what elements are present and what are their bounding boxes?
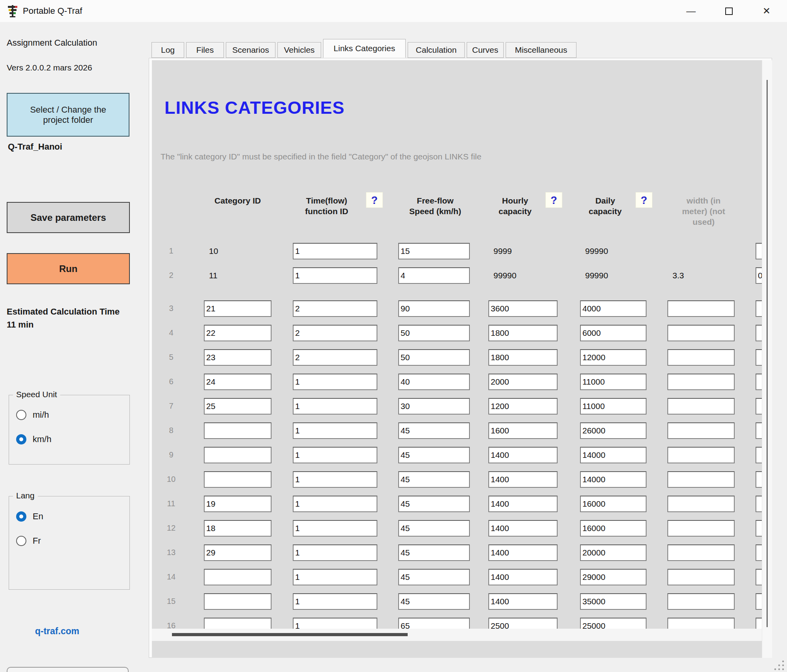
speed-input-row-10[interactable] bbox=[398, 471, 470, 488]
speed-input-row-8[interactable] bbox=[398, 422, 470, 439]
tab-links-categories[interactable]: Links Categories bbox=[323, 39, 406, 58]
daily-input-row-4[interactable] bbox=[580, 325, 647, 341]
category-input-row-3[interactable] bbox=[204, 300, 272, 317]
speed-input-row-1[interactable] bbox=[398, 243, 470, 259]
category-input-row-13[interactable] bbox=[204, 544, 272, 561]
horizontal-scrollbar[interactable] bbox=[152, 629, 762, 641]
daily-input-row-9[interactable] bbox=[580, 447, 647, 463]
daily-input-row-6[interactable] bbox=[580, 374, 647, 390]
width-input-row-6[interactable] bbox=[667, 374, 735, 390]
time-input-row-1[interactable] bbox=[293, 243, 377, 259]
category-input-row-11[interactable] bbox=[204, 496, 272, 512]
speed-input-row-15[interactable] bbox=[398, 593, 470, 610]
tab-scenarios[interactable]: Scenarios bbox=[226, 42, 275, 58]
width-input-row-14[interactable] bbox=[667, 569, 735, 585]
daily-input-row-15[interactable] bbox=[580, 593, 647, 610]
category-input-row-14[interactable] bbox=[204, 569, 272, 585]
daily-input-row-3[interactable] bbox=[580, 300, 647, 317]
extra-input-row-4[interactable] bbox=[756, 325, 762, 341]
category-input-row-4[interactable] bbox=[204, 325, 272, 341]
time-input-row-15[interactable] bbox=[293, 593, 377, 610]
minimize-button[interactable]: — bbox=[674, 0, 708, 22]
daily-input-row-16[interactable] bbox=[580, 618, 647, 629]
speed-input-row-7[interactable] bbox=[398, 398, 470, 415]
speed-input-row-5[interactable] bbox=[398, 349, 470, 366]
speed-input-row-14[interactable] bbox=[398, 569, 470, 585]
speed-input-row-13[interactable] bbox=[398, 544, 470, 561]
radio-en[interactable]: En bbox=[16, 511, 43, 522]
width-input-row-7[interactable] bbox=[667, 398, 735, 415]
extra-input-row-3[interactable] bbox=[756, 300, 762, 317]
width-input-row-9[interactable] bbox=[667, 447, 735, 463]
hourly-input-row-8[interactable] bbox=[488, 422, 558, 439]
time-input-row-13[interactable] bbox=[293, 544, 377, 561]
vertical-scrollbar[interactable] bbox=[762, 60, 772, 658]
category-input-row-16[interactable] bbox=[204, 618, 272, 629]
extra-input-row-10[interactable] bbox=[756, 471, 762, 488]
width-input-row-13[interactable] bbox=[667, 544, 735, 561]
hourly-input-row-12[interactable] bbox=[488, 520, 558, 537]
close-button[interactable]: ✕ bbox=[749, 0, 784, 22]
speed-input-row-2[interactable] bbox=[398, 267, 470, 284]
category-input-row-5[interactable] bbox=[204, 349, 272, 366]
hourly-input-row-11[interactable] bbox=[488, 496, 558, 512]
daily-input-row-8[interactable] bbox=[580, 422, 647, 439]
width-input-row-15[interactable] bbox=[667, 593, 735, 610]
hourly-input-row-16[interactable] bbox=[488, 618, 558, 629]
tab-log[interactable]: Log bbox=[151, 42, 184, 58]
time-input-row-11[interactable] bbox=[293, 496, 377, 512]
extra-input-row-15[interactable] bbox=[756, 593, 762, 610]
extra-input-row-14[interactable] bbox=[756, 569, 762, 585]
time-input-row-10[interactable] bbox=[293, 471, 377, 488]
extra-input-row-5[interactable] bbox=[756, 349, 762, 366]
hourly-input-row-5[interactable] bbox=[488, 349, 558, 366]
daily-input-row-13[interactable] bbox=[580, 544, 647, 561]
width-input-row-16[interactable] bbox=[667, 618, 735, 629]
save-parameters-button[interactable]: Save parameters bbox=[7, 202, 130, 233]
extra-input-row-12[interactable] bbox=[756, 520, 762, 537]
time-input-row-16[interactable] bbox=[293, 618, 377, 629]
width-input-row-4[interactable] bbox=[667, 325, 735, 341]
hourly-input-row-14[interactable] bbox=[488, 569, 558, 585]
time-input-row-9[interactable] bbox=[293, 447, 377, 463]
category-input-row-15[interactable] bbox=[204, 593, 272, 610]
time-input-row-2[interactable] bbox=[293, 267, 377, 284]
hourly-input-row-10[interactable] bbox=[488, 471, 558, 488]
speed-input-row-9[interactable] bbox=[398, 447, 470, 463]
time-input-row-12[interactable] bbox=[293, 520, 377, 537]
tab-curves[interactable]: Curves bbox=[467, 42, 504, 58]
select-project-folder-button[interactable]: Select / Change the project folder bbox=[7, 93, 129, 137]
daily-input-row-11[interactable] bbox=[580, 496, 647, 512]
time-input-row-3[interactable] bbox=[293, 300, 377, 317]
category-input-row-12[interactable] bbox=[204, 520, 272, 537]
extra-input-row-7[interactable] bbox=[756, 398, 762, 415]
daily-input-row-5[interactable] bbox=[580, 349, 647, 366]
width-input-row-10[interactable] bbox=[667, 471, 735, 488]
daily-input-row-12[interactable] bbox=[580, 520, 647, 537]
extra-input-row-6[interactable] bbox=[756, 374, 762, 390]
extra-input-row-16[interactable] bbox=[756, 618, 762, 629]
speed-input-row-11[interactable] bbox=[398, 496, 470, 512]
daily-input-row-7[interactable] bbox=[580, 398, 647, 415]
radio-mi-h[interactable]: mi/h bbox=[16, 410, 49, 420]
radio-fr[interactable]: Fr bbox=[16, 536, 41, 546]
resize-grip-icon[interactable] bbox=[772, 658, 785, 672]
width-input-row-5[interactable] bbox=[667, 349, 735, 366]
hourly-input-row-7[interactable] bbox=[488, 398, 558, 415]
extra-input-row-11[interactable] bbox=[756, 496, 762, 512]
hourly-input-row-4[interactable] bbox=[488, 325, 558, 341]
category-input-row-9[interactable] bbox=[204, 447, 272, 463]
vertical-scrollbar-thumb[interactable] bbox=[767, 80, 768, 627]
speed-input-row-4[interactable] bbox=[398, 325, 470, 341]
speed-input-row-12[interactable] bbox=[398, 520, 470, 537]
category-input-row-6[interactable] bbox=[204, 374, 272, 390]
time-input-row-8[interactable] bbox=[293, 422, 377, 439]
time-input-row-6[interactable] bbox=[293, 374, 377, 390]
width-input-row-11[interactable] bbox=[667, 496, 735, 512]
website-link[interactable]: q-traf.com bbox=[35, 626, 79, 637]
category-input-row-7[interactable] bbox=[204, 398, 272, 415]
horizontal-scrollbar-thumb[interactable] bbox=[172, 633, 408, 636]
category-input-row-8[interactable] bbox=[204, 422, 272, 439]
time-input-row-5[interactable] bbox=[293, 349, 377, 366]
speed-input-row-6[interactable] bbox=[398, 374, 470, 390]
